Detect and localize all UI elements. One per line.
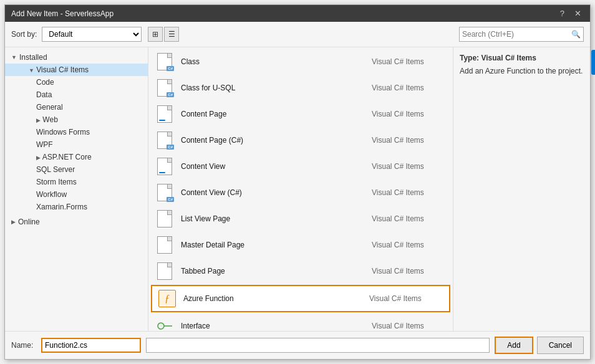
tabbed-page-icon: [155, 261, 175, 281]
search-icon: 🔍: [571, 30, 581, 39]
table-row-azure-function[interactable]: ƒ Azure Function Visual C# Items: [151, 285, 450, 312]
web-chevron: ▶: [36, 117, 41, 123]
aspnet-core-label: ASP.NET Core: [42, 153, 92, 161]
item-name: Content Page: [181, 110, 365, 118]
type-key: Type:: [460, 54, 479, 62]
table-row[interactable]: Master Detail Page Visual C# Items: [148, 232, 453, 258]
item-category: Visual C# Items: [372, 162, 447, 171]
item-category: Visual C# Items: [372, 84, 447, 92]
xamarin-forms-label: Xamarin.Forms: [36, 203, 87, 211]
item-name: Master Detail Page: [181, 241, 365, 249]
top-row: Sort by: Default Name Type ⊞ ☰ 🔍: [5, 22, 590, 47]
general-label: General: [36, 103, 63, 112]
dialog-title: Add New Item - ServerlessApp: [11, 9, 114, 18]
data-label: Data: [36, 90, 52, 99]
installed-label: Installed: [19, 53, 47, 62]
sort-select[interactable]: Default Name Type: [42, 27, 142, 42]
item-category: Visual C# Items: [372, 322, 447, 330]
item-category: Visual C# Items: [372, 241, 447, 249]
aspnet-chevron: ▶: [36, 155, 41, 161]
storm-items-label: Storm Items: [36, 178, 77, 186]
item-name: Azure Function: [183, 294, 363, 303]
item-name: Content View: [181, 162, 365, 171]
svg-point-0: [158, 323, 164, 329]
item-category: Visual C# Items: [372, 267, 447, 275]
sidebar: ▼ Installed ▼ Visual C# Items Code Data …: [5, 47, 148, 331]
visual-csharp-label: Visual C# Items: [36, 65, 89, 74]
item-name: Tabbed Page: [181, 267, 365, 275]
cancel-button[interactable]: Cancel: [537, 337, 584, 354]
type-value: Visual C# Items: [481, 54, 536, 62]
item-name: Content Page (C#): [181, 136, 365, 145]
wpf-label: WPF: [36, 140, 53, 149]
table-row[interactable]: Interface Visual C# Items: [148, 313, 453, 331]
list-view-button[interactable]: ☰: [164, 27, 179, 42]
add-new-item-dialog: Add New Item - ServerlessApp ? ✕ Sort by…: [4, 4, 591, 360]
installed-chevron: ▼: [11, 54, 17, 60]
content-page-cs-icon: C#: [155, 130, 175, 150]
online-label: Online: [18, 218, 40, 226]
class-usql-icon: C#: [155, 78, 175, 98]
name-path-input[interactable]: [146, 338, 490, 353]
online-chevron: ▶: [11, 219, 16, 225]
sidebar-item-visual-csharp[interactable]: ▼ Visual C# Items: [5, 64, 148, 76]
table-row[interactable]: Content View Visual C# Items: [148, 153, 453, 180]
sidebar-installed[interactable]: ▼ Installed: [5, 51, 148, 64]
sidebar-item-wpf[interactable]: WPF: [5, 138, 148, 151]
sidebar-item-windows-forms[interactable]: Windows Forms: [5, 126, 148, 138]
grid-view-button[interactable]: ⊞: [148, 27, 163, 42]
content-page-icon: [155, 104, 175, 124]
list-view-page-icon: [155, 209, 175, 229]
title-bar: Add New Item - ServerlessApp ? ✕: [5, 5, 590, 22]
sidebar-item-web[interactable]: ▶ Web: [5, 113, 148, 126]
table-row[interactable]: Tabbed Page Visual C# Items: [148, 258, 453, 284]
bottom-row: Name: Add Cancel: [5, 331, 590, 359]
azure-function-icon: ƒ: [157, 289, 177, 309]
sidebar-item-data[interactable]: Data: [5, 89, 148, 101]
item-category: Visual C# Items: [372, 110, 447, 118]
sidebar-item-sql-server[interactable]: SQL Server: [5, 163, 148, 176]
add-button[interactable]: Add: [495, 337, 533, 354]
help-button[interactable]: ?: [558, 9, 567, 18]
table-row[interactable]: C# Class for U-SQL Visual C# Items: [148, 75, 453, 101]
close-button[interactable]: ✕: [572, 9, 584, 18]
item-name: Content View (C#): [181, 188, 365, 197]
sidebar-item-aspnet-core[interactable]: ▶ ASP.NET Core: [5, 151, 148, 163]
content-view-cs-icon: C#: [155, 183, 175, 203]
info-panel: Type: Visual C# Items Add an Azure Funct…: [453, 47, 590, 331]
info-description: Add an Azure Function to the project.: [460, 66, 584, 77]
table-row[interactable]: C# Content Page (C#) Visual C# Items: [148, 127, 453, 153]
name-input[interactable]: [41, 338, 141, 353]
sidebar-item-general[interactable]: General: [5, 101, 148, 113]
item-category: Visual C# Items: [372, 188, 447, 197]
item-category: Visual C# Items: [369, 294, 444, 303]
code-label: Code: [36, 78, 54, 87]
item-name: List View Page: [181, 214, 365, 223]
search-input[interactable]: [462, 30, 569, 39]
sidebar-item-storm-items[interactable]: Storm Items: [5, 176, 148, 188]
item-category: Visual C# Items: [372, 57, 447, 66]
action-buttons: Add Cancel: [495, 337, 584, 354]
main-content: ▼ Installed ▼ Visual C# Items Code Data …: [5, 47, 590, 331]
sidebar-item-workflow[interactable]: Workflow: [5, 188, 148, 201]
item-name: Class: [181, 57, 365, 66]
master-detail-icon: [155, 235, 175, 255]
sort-label: Sort by:: [11, 30, 37, 39]
table-row[interactable]: Content Page Visual C# Items: [148, 101, 453, 127]
web-label: Web: [42, 115, 57, 124]
name-label: Name:: [11, 341, 36, 350]
info-type-label: Type: Visual C# Items: [460, 54, 584, 62]
class-icon: C#: [155, 52, 175, 72]
table-row[interactable]: List View Page Visual C# Items: [148, 206, 453, 232]
title-bar-controls: ? ✕: [558, 9, 584, 18]
windows-forms-label: Windows Forms: [36, 128, 90, 136]
sidebar-online[interactable]: ▶ Online: [5, 216, 148, 228]
interface-icon: [155, 316, 175, 331]
table-row[interactable]: C# Content View (C#) Visual C# Items: [148, 180, 453, 206]
table-row[interactable]: C# Class Visual C# Items: [148, 49, 453, 75]
sidebar-item-xamarin-forms[interactable]: Xamarin.Forms: [5, 201, 148, 213]
item-category: Visual C# Items: [372, 214, 447, 223]
item-name: Class for U-SQL: [181, 84, 365, 92]
content-view-icon: [155, 156, 175, 176]
sidebar-item-code[interactable]: Code: [5, 76, 148, 89]
